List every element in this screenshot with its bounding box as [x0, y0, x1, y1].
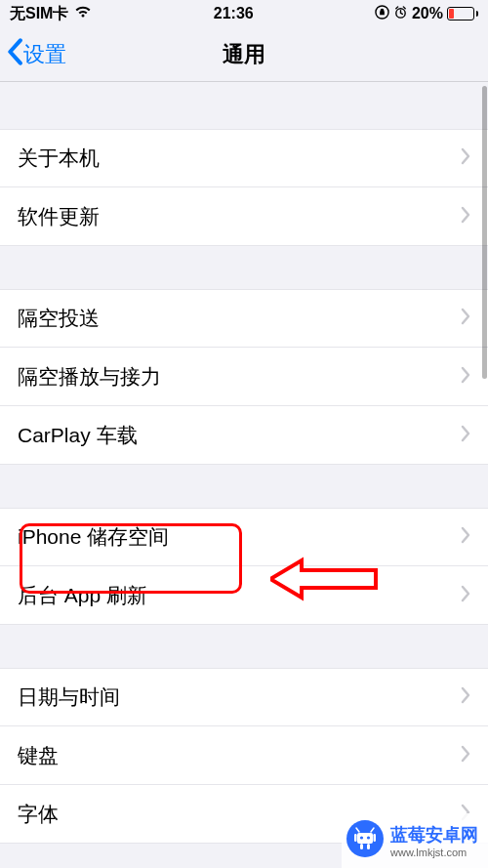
orientation-lock-icon	[375, 5, 389, 23]
watermark-logo-icon	[346, 819, 385, 862]
back-button[interactable]: 设置	[0, 38, 66, 71]
battery-pct: 20%	[412, 5, 443, 22]
section-spacer	[0, 82, 488, 129]
battery-icon	[447, 7, 478, 21]
chevron-right-icon	[461, 424, 470, 447]
row-software-update[interactable]: 软件更新	[0, 187, 488, 246]
row-label: 后台 App 刷新	[18, 582, 147, 609]
section-spacer	[0, 625, 488, 668]
chevron-right-icon	[461, 584, 470, 607]
chevron-right-icon	[461, 307, 470, 330]
row-iphone-storage[interactable]: iPhone 储存空间	[0, 508, 488, 566]
svg-rect-11	[367, 844, 370, 849]
chevron-right-icon	[461, 744, 470, 767]
nav-bar: 设置 通用	[0, 27, 488, 82]
chevron-right-icon	[461, 365, 470, 389]
carrier-text: 无SIM卡	[10, 4, 68, 24]
row-date-time[interactable]: 日期与时间	[0, 668, 488, 726]
status-bar: 无SIM卡 21:36 20%	[0, 0, 488, 27]
row-about[interactable]: 关于本机	[0, 129, 488, 187]
watermark-url: www.lmkjst.com	[390, 847, 478, 858]
watermark: 蓝莓安卓网 www.lmkjst.com	[342, 813, 488, 868]
row-label: CarPlay 车载	[18, 422, 138, 449]
chevron-right-icon	[461, 685, 470, 709]
svg-point-5	[367, 836, 370, 839]
chevron-right-icon	[461, 205, 470, 228]
row-carplay[interactable]: CarPlay 车载	[0, 406, 488, 465]
section-spacer	[0, 246, 488, 289]
chevron-left-icon	[6, 38, 23, 71]
alarm-icon	[393, 5, 408, 23]
row-label: 隔空投送	[18, 305, 100, 332]
chevron-right-icon	[461, 525, 470, 549]
row-label: 字体	[18, 801, 59, 828]
watermark-title: 蓝莓安卓网	[390, 823, 478, 847]
scroll-indicator[interactable]	[482, 86, 487, 379]
page-title: 通用	[223, 40, 265, 69]
row-airplay-handoff[interactable]: 隔空播放与接力	[0, 348, 488, 406]
svg-rect-9	[374, 834, 377, 842]
svg-rect-3	[357, 833, 373, 844]
chevron-right-icon	[461, 146, 470, 170]
status-right: 20%	[375, 5, 478, 23]
row-label: 关于本机	[18, 145, 100, 172]
wifi-icon	[74, 5, 92, 22]
status-left: 无SIM卡	[10, 4, 92, 24]
status-time: 21:36	[214, 5, 254, 22]
row-label: 键盘	[18, 742, 59, 769]
row-label: iPhone 储存空间	[18, 523, 169, 551]
row-background-refresh[interactable]: 后台 App 刷新	[0, 566, 488, 625]
row-keyboard[interactable]: 键盘	[0, 726, 488, 785]
row-label: 软件更新	[18, 203, 100, 230]
back-label: 设置	[23, 40, 66, 69]
svg-rect-10	[360, 844, 363, 849]
row-label: 日期与时间	[18, 683, 120, 711]
row-label: 隔空播放与接力	[18, 363, 161, 391]
row-airdrop[interactable]: 隔空投送	[0, 289, 488, 348]
svg-rect-8	[354, 834, 357, 842]
section-spacer	[0, 465, 488, 508]
svg-point-4	[360, 836, 363, 839]
